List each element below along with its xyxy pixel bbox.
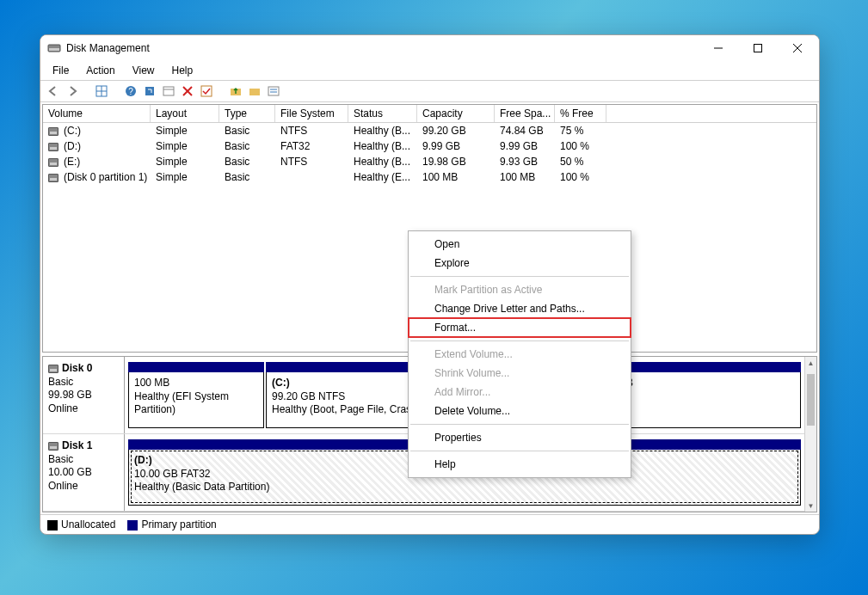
maximize-button[interactable] xyxy=(738,35,778,61)
partition[interactable]: MB xyxy=(612,362,801,428)
app-icon xyxy=(47,41,61,55)
menubar: File Action View Help xyxy=(40,61,819,81)
context-menu-item[interactable]: Help xyxy=(409,455,631,474)
volume-list-header: Volume Layout Type File System Status Ca… xyxy=(43,105,816,123)
titlebar: Disk Management xyxy=(40,35,819,61)
drive-icon xyxy=(48,174,58,182)
toolbar: ? xyxy=(40,81,819,102)
svg-rect-11 xyxy=(145,87,154,95)
col-header-capacity[interactable]: Capacity xyxy=(417,105,495,122)
check-icon[interactable] xyxy=(199,83,214,99)
context-menu-item[interactable]: Delete Volume... xyxy=(409,402,631,420)
window-title: Disk Management xyxy=(66,42,699,54)
col-header-status[interactable]: Status xyxy=(348,105,417,122)
menu-file[interactable]: File xyxy=(44,63,77,78)
col-header-volume[interactable]: Volume xyxy=(43,105,151,122)
folder-up-icon[interactable] xyxy=(228,83,243,99)
menu-view[interactable]: View xyxy=(124,63,163,78)
volume-row[interactable]: (D:)SimpleBasicFAT32Healthy (B...9.99 GB… xyxy=(43,138,816,154)
scrollbar[interactable]: ▲ ▼ xyxy=(804,357,816,512)
context-menu-item[interactable]: Open xyxy=(409,235,631,254)
partition[interactable]: 100 MBHealthy (EFI System Partition) xyxy=(128,362,264,428)
disk-info[interactable]: Disk 1Basic10.00 GBOnline xyxy=(43,434,125,511)
context-menu-item[interactable]: Format... xyxy=(409,318,631,337)
svg-rect-19 xyxy=(268,87,279,95)
refresh-icon[interactable] xyxy=(142,83,157,99)
disk-icon xyxy=(48,365,58,373)
svg-rect-16 xyxy=(201,86,212,96)
context-menu-separator xyxy=(410,276,629,277)
svg-rect-3 xyxy=(754,45,762,52)
close-button[interactable] xyxy=(778,35,817,61)
drive-icon xyxy=(48,127,58,136)
context-menu-item: Extend Volume... xyxy=(409,345,631,364)
context-menu-item[interactable]: Change Drive Letter and Paths... xyxy=(409,299,631,318)
col-header-pct[interactable]: % Free xyxy=(555,105,606,122)
col-header-fs[interactable]: File System xyxy=(275,105,348,122)
svg-rect-18 xyxy=(249,89,260,95)
disk-icon xyxy=(48,442,58,451)
context-menu-separator xyxy=(410,340,629,341)
legend-unallocated: Unallocated xyxy=(47,518,115,531)
menu-action[interactable]: Action xyxy=(77,63,123,78)
delete-icon[interactable] xyxy=(180,83,195,99)
volume-row[interactable]: (Disk 0 partition 1)SimpleBasicHealthy (… xyxy=(43,169,816,185)
help-icon[interactable]: ? xyxy=(123,83,139,99)
drive-icon xyxy=(48,143,58,151)
svg-text:?: ? xyxy=(128,87,133,96)
context-menu-separator xyxy=(410,451,629,451)
context-menu-item[interactable]: Properties xyxy=(409,428,631,447)
col-header-free[interactable]: Free Spa... xyxy=(495,105,555,122)
legend: Unallocated Primary partition xyxy=(40,514,819,534)
folder-icon[interactable] xyxy=(247,83,262,99)
svg-rect-12 xyxy=(163,87,174,95)
disk-info[interactable]: Disk 0Basic99.98 GBOnline xyxy=(43,357,125,433)
forward-icon[interactable] xyxy=(65,83,80,99)
settings-icon[interactable] xyxy=(161,83,176,99)
volume-list-body: (C:)SimpleBasicNTFSHealthy (B...99.20 GB… xyxy=(43,123,816,185)
context-menu-item: Mark Partition as Active xyxy=(409,280,631,299)
svg-rect-1 xyxy=(49,48,59,51)
properties-icon[interactable] xyxy=(266,83,281,99)
context-menu-separator xyxy=(410,424,629,425)
context-menu-item: Shrink Volume... xyxy=(409,364,631,383)
window-controls xyxy=(699,35,817,61)
drive-icon xyxy=(48,158,58,167)
context-menu-item[interactable]: Explore xyxy=(409,254,631,273)
legend-primary: Primary partition xyxy=(127,518,216,531)
context-menu-item: Add Mirror... xyxy=(409,383,631,402)
back-icon[interactable] xyxy=(46,83,61,99)
grid-icon[interactable] xyxy=(94,83,109,99)
context-menu: OpenExploreMark Partition as ActiveChang… xyxy=(408,230,631,478)
menu-help[interactable]: Help xyxy=(163,63,202,78)
volume-row[interactable]: (C:)SimpleBasicNTFSHealthy (B...99.20 GB… xyxy=(43,123,816,138)
col-header-type[interactable]: Type xyxy=(219,105,275,122)
minimize-button[interactable] xyxy=(699,35,738,61)
col-header-layout[interactable]: Layout xyxy=(151,105,219,122)
volume-row[interactable]: (E:)SimpleBasicNTFSHealthy (B...19.98 GB… xyxy=(43,154,816,169)
